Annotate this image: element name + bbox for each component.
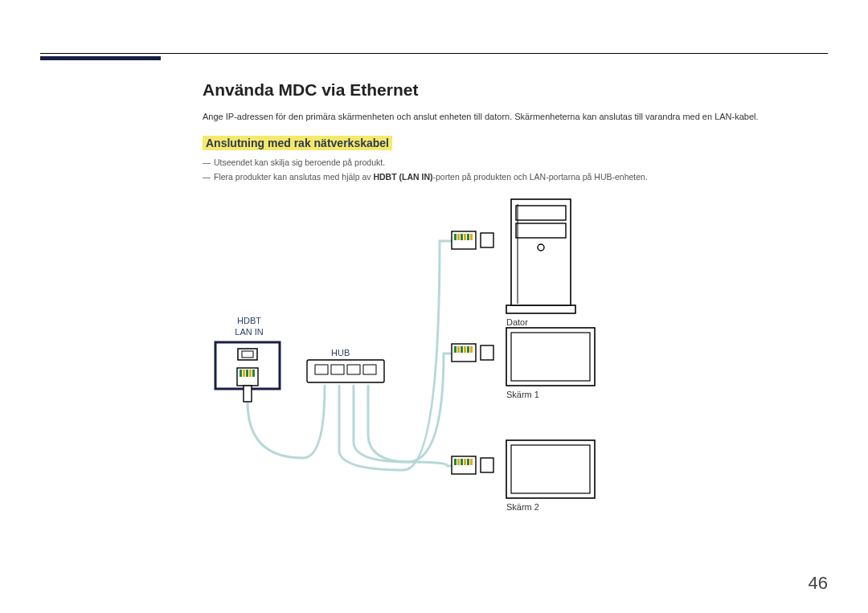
- monitor1-icon: [506, 328, 595, 386]
- svg-rect-2: [242, 351, 253, 358]
- svg-rect-11: [315, 365, 328, 374]
- svg-rect-36: [467, 459, 469, 465]
- svg-rect-6: [246, 370, 248, 377]
- svg-rect-17: [457, 234, 460, 240]
- label-hdbt-lan-in: HDBT LAN IN: [225, 315, 273, 338]
- svg-rect-46: [511, 333, 590, 381]
- svg-rect-4: [240, 370, 242, 377]
- note-2-post: -porten på produkten och LAN-portarna på…: [433, 172, 648, 182]
- svg-rect-35: [464, 459, 466, 465]
- connection-diagram: HDBT LAN IN HUB Dator Skärm 1 Skärm 2: [203, 193, 604, 530]
- svg-rect-28: [467, 346, 469, 353]
- svg-rect-21: [470, 234, 473, 240]
- svg-rect-24: [454, 346, 457, 353]
- monitor2-icon: [506, 440, 595, 498]
- horizontal-rule: [40, 53, 828, 54]
- svg-rect-20: [467, 234, 469, 240]
- svg-rect-16: [454, 234, 457, 240]
- svg-rect-22: [481, 233, 493, 247]
- svg-rect-13: [347, 365, 360, 374]
- svg-rect-41: [516, 206, 566, 220]
- svg-rect-32: [454, 459, 457, 465]
- svg-rect-9: [244, 386, 252, 402]
- svg-rect-27: [464, 346, 466, 353]
- note-2: Flera produkter kan anslutas med hjälp a…: [203, 171, 829, 184]
- svg-rect-19: [464, 234, 466, 240]
- diagram-svg: [203, 193, 604, 530]
- svg-rect-38: [481, 458, 493, 472]
- svg-rect-33: [457, 459, 460, 465]
- hub-device: [307, 360, 384, 382]
- svg-rect-26: [461, 346, 463, 353]
- svg-rect-18: [461, 234, 463, 240]
- label-skarm1: Skärm 1: [506, 389, 539, 400]
- svg-rect-12: [331, 365, 344, 374]
- note-1: Utseendet kan skilja sig beroende på pro…: [203, 157, 829, 170]
- svg-rect-39: [506, 305, 575, 313]
- rj45-plug-lan-in: [237, 368, 258, 402]
- rj45-plug-monitor2: [452, 456, 493, 474]
- svg-rect-29: [470, 346, 473, 353]
- accent-bar: [40, 56, 161, 60]
- svg-rect-7: [249, 370, 252, 377]
- page-content: Använda MDC via Ethernet Ange IP-adresse…: [203, 80, 829, 186]
- intro-paragraph: Ange IP-adressen för den primära skärmen…: [203, 111, 829, 123]
- svg-rect-34: [461, 459, 463, 465]
- svg-rect-30: [481, 345, 493, 360]
- label-dator: Dator: [506, 317, 528, 328]
- sub-heading: Anslutning med rak nätverkskabel: [203, 136, 392, 150]
- label-hub: HUB: [331, 347, 350, 358]
- svg-rect-37: [470, 459, 473, 465]
- note-2-pre: Flera produkter kan anslutas med hjälp a…: [214, 172, 373, 182]
- rj45-plug-computer: [452, 231, 493, 249]
- page-heading: Använda MDC via Ethernet: [203, 80, 829, 100]
- svg-rect-48: [511, 445, 590, 493]
- label-skarm2: Skärm 2: [506, 501, 539, 513]
- svg-rect-25: [457, 346, 460, 353]
- svg-rect-5: [243, 370, 245, 377]
- svg-rect-42: [516, 223, 566, 238]
- computer-icon: [506, 199, 575, 313]
- rj45-plug-monitor1: [452, 344, 493, 362]
- svg-rect-8: [252, 370, 255, 377]
- note-2-bold: HDBT (LAN IN): [373, 172, 432, 182]
- page-number: 46: [809, 573, 828, 594]
- svg-rect-14: [363, 365, 376, 374]
